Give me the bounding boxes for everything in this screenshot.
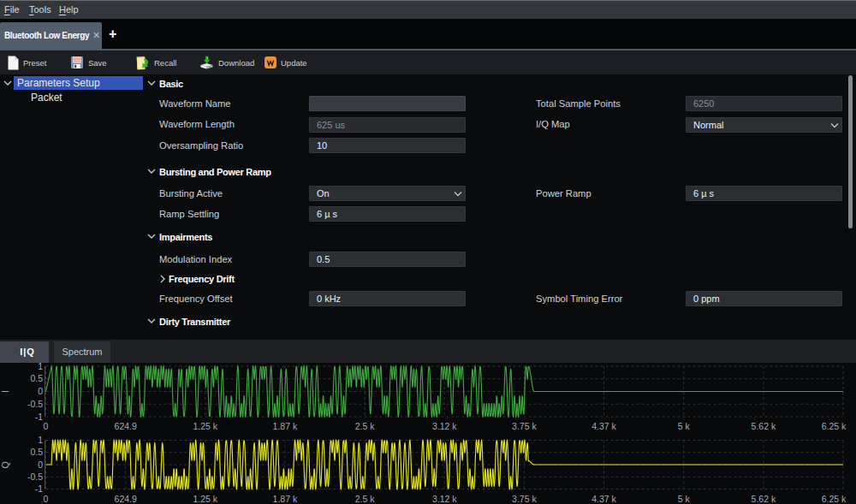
svg-text:-1: -1 [35,483,43,494]
svg-text:1: 1 [38,435,43,445]
svg-text:0: 0 [38,460,43,470]
svg-text:6.25 k: 6.25 k [822,494,847,504]
svg-text:1.25 k: 1.25 k [193,421,217,431]
svg-text:3.12 k: 3.12 k [432,494,457,504]
svg-text:5 k: 5 k [678,494,691,504]
svg-text:3.12 k: 3.12 k [432,421,457,431]
svg-text:4.37 k: 4.37 k [591,494,616,504]
svg-text:1: 1 [38,363,43,371]
svg-text:0.5: 0.5 [30,373,43,383]
svg-text:1.87 k: 1.87 k [273,494,298,504]
svg-text:0: 0 [44,421,49,431]
svg-text:0.5: 0.5 [30,447,43,457]
svg-text:3.75 k: 3.75 k [512,494,537,504]
svg-text:5.62 k: 5.62 k [752,421,776,431]
svg-text:-0.5: -0.5 [27,471,43,482]
svg-text:624.9: 624.9 [115,421,137,431]
svg-text:2.5 k: 2.5 k [355,494,376,504]
svg-text:5.62 k: 5.62 k [752,494,776,504]
svg-text:-0.5: -0.5 [27,399,43,409]
svg-text:4.37 k: 4.37 k [591,421,616,431]
svg-text:-1: -1 [35,412,43,422]
svg-text:2.5 k: 2.5 k [355,421,376,431]
svg-text:624.9: 624.9 [115,494,137,504]
svg-text:6.25 k: 6.25 k [822,421,847,431]
svg-text:1.25 k: 1.25 k [193,494,217,504]
svg-text:I: I [0,390,10,393]
svg-text:0: 0 [44,494,49,504]
svg-text:1.87 k: 1.87 k [273,421,298,431]
svg-text:3.75 k: 3.75 k [512,421,537,431]
svg-text:5 k: 5 k [678,421,691,431]
svg-text:0: 0 [38,386,43,396]
svg-text:Q: Q [0,461,10,468]
